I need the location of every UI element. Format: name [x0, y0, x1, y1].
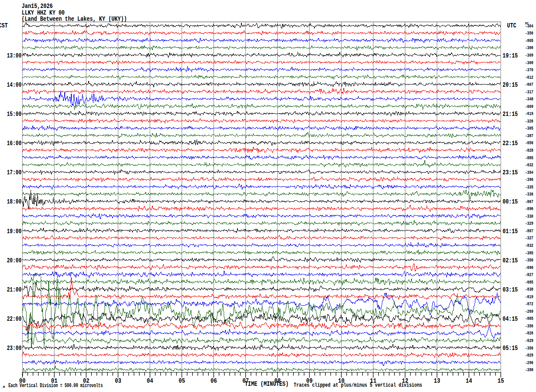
svg-text:02:15: 02:15	[503, 257, 518, 264]
svg-text:-612: -612	[525, 75, 534, 80]
svg-text:TIME (MINUTES): TIME (MINUTES)	[245, 380, 289, 388]
svg-text:.M: .M	[1, 385, 5, 389]
svg-text:-317: -317	[525, 90, 534, 95]
svg-text:04: 04	[147, 377, 153, 384]
svg-text:13:00: 13:00	[7, 52, 22, 59]
svg-text:Jan15,2026: Jan15,2026	[22, 3, 53, 10]
svg-text:19:00: 19:00	[7, 228, 22, 235]
svg-text:-632: -632	[525, 163, 534, 168]
svg-text:-296: -296	[525, 361, 534, 365]
svg-text:-829: -829	[525, 353, 534, 358]
svg-text:-896: -896	[525, 207, 534, 211]
svg-text:-396: -396	[525, 177, 534, 182]
svg-text:-309: -309	[525, 53, 534, 58]
svg-text:-398: -398	[525, 368, 534, 373]
svg-text:17:00: 17:00	[7, 169, 22, 176]
svg-text:CST: CST	[0, 22, 8, 29]
svg-text:-356: -356	[525, 31, 534, 36]
svg-text:-308: -308	[525, 61, 534, 65]
svg-text:14: 14	[466, 377, 472, 384]
svg-text:-885: -885	[525, 316, 534, 321]
svg-text:03:15: 03:15	[503, 286, 518, 293]
svg-text:04:15: 04:15	[503, 315, 518, 323]
svg-text:-356: -356	[525, 346, 534, 351]
svg-text:15: 15	[497, 377, 504, 384]
svg-text:-387: -387	[525, 134, 534, 138]
svg-text:00:15: 00:15	[503, 198, 518, 205]
svg-text:20:15: 20:15	[503, 81, 518, 88]
svg-text:-696: -696	[525, 265, 534, 270]
svg-text:-394: -394	[525, 170, 534, 175]
svg-text:18:00: 18:00	[7, 198, 22, 205]
svg-text:-356: -356	[525, 324, 534, 329]
svg-text:22:15: 22:15	[503, 140, 518, 147]
svg-text:22:00: 22:00	[7, 315, 22, 323]
svg-text:-609: -609	[525, 104, 534, 109]
svg-text:16:00: 16:00	[7, 140, 22, 147]
svg-text:05: 05	[179, 377, 185, 384]
svg-text:(Land Between the Lakes, KY (U: (Land Between the Lakes, KY (UKY))	[22, 15, 127, 23]
svg-text:-329: -329	[525, 221, 534, 226]
svg-text:15:00: 15:00	[7, 111, 22, 118]
svg-text:Traces clipped at plus/minus 5: Traces clipped at plus/minus 5 vertical …	[294, 382, 422, 388]
svg-text:-326: -326	[525, 119, 534, 124]
svg-text:-885: -885	[525, 156, 534, 161]
svg-text:-306: -306	[525, 46, 534, 50]
svg-text:-656: -656	[525, 141, 534, 146]
svg-text:-327: -327	[525, 236, 534, 241]
svg-text:-872: -872	[525, 302, 534, 307]
svg-text:-619: -619	[525, 111, 534, 116]
svg-text:-269: -269	[525, 309, 534, 314]
svg-text:-370: -370	[525, 68, 534, 73]
svg-text:-335: -335	[525, 185, 534, 190]
svg-text:-867: -867	[525, 200, 534, 204]
svg-text:-336: -336	[525, 192, 534, 197]
svg-text:-385: -385	[525, 251, 534, 256]
svg-text:21:15: 21:15	[503, 111, 518, 118]
svg-text:05:15: 05:15	[503, 345, 518, 352]
svg-text:Each Vertical Division = 500.: Each Vertical Division = 500.00 microvol…	[8, 383, 103, 389]
svg-text:13: 13	[434, 377, 440, 384]
svg-text:-832: -832	[525, 243, 534, 248]
svg-text:-330: -330	[525, 214, 534, 219]
svg-text:19:15: 19:15	[503, 52, 518, 59]
svg-text:-348: -348	[525, 97, 534, 102]
svg-text:-607: -607	[525, 82, 534, 87]
svg-text:UTC: UTC	[507, 22, 517, 29]
svg-text:20:00: 20:00	[7, 257, 22, 264]
svg-text:23:00: 23:00	[7, 345, 22, 352]
svg-text:-305: -305	[525, 126, 534, 131]
svg-text:06: 06	[210, 377, 217, 384]
svg-text:14:00: 14:00	[7, 81, 22, 88]
svg-text:-350: -350	[525, 258, 534, 263]
svg-text:-826: -826	[525, 331, 534, 336]
svg-text:-685: -685	[525, 280, 534, 285]
svg-text:-619: -619	[525, 295, 534, 300]
svg-text:-304: -304	[525, 24, 534, 29]
svg-text:-828: -828	[525, 148, 534, 153]
svg-text:-827: -827	[525, 273, 534, 277]
svg-text:03: 03	[115, 377, 121, 384]
svg-text:01:15: 01:15	[503, 228, 518, 235]
svg-text:-838: -838	[525, 287, 534, 292]
svg-text:-807: -807	[525, 229, 534, 234]
svg-text:21:00: 21:00	[7, 286, 22, 293]
svg-text:-805: -805	[525, 38, 534, 43]
svg-text:23:15: 23:15	[503, 169, 518, 176]
svg-text:-629: -629	[525, 338, 534, 343]
